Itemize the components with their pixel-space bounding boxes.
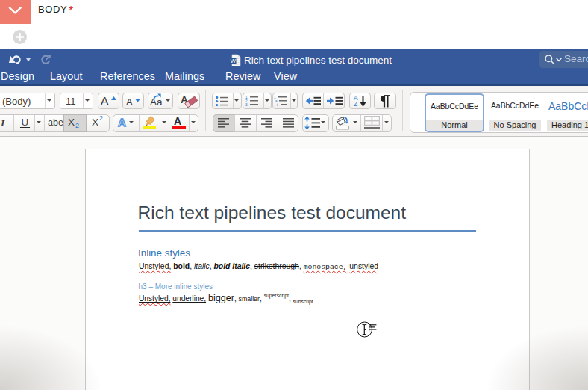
svg-text:3: 3 xyxy=(245,103,248,106)
svg-text:i: i xyxy=(277,103,278,106)
svg-text:W: W xyxy=(231,58,237,64)
